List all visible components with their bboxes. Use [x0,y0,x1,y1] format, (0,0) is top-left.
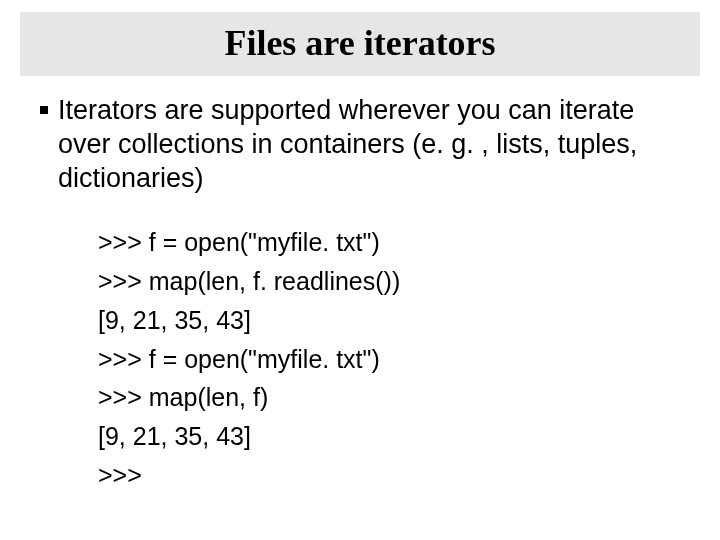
slide: Files are iterators Iterators are suppor… [0,12,720,540]
bullet-icon [40,106,48,114]
code-block: >>> f = open("myfile. txt") >>> map(len,… [98,223,680,494]
slide-body: Iterators are supported wherever you can… [0,76,720,495]
bullet-item: Iterators are supported wherever you can… [40,94,680,195]
title-bar: Files are iterators [20,12,700,76]
slide-title: Files are iterators [20,22,700,64]
bullet-text: Iterators are supported wherever you can… [58,94,680,195]
